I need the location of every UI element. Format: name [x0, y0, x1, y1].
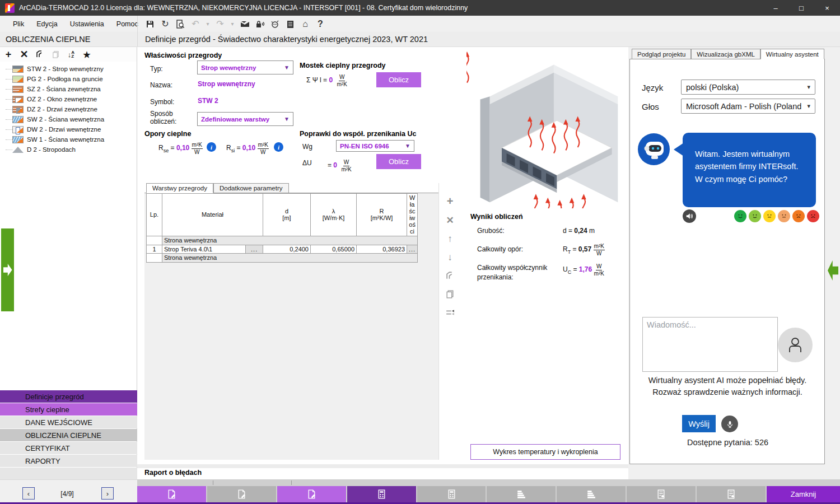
- tab-wizualizacja-gbxml[interactable]: Wizualizacja gbXML: [691, 49, 760, 59]
- pager-prev-button[interactable]: ‹: [22, 487, 35, 500]
- wg-standard-select[interactable]: PN-EN ISO 6946▼: [336, 140, 414, 152]
- name-value[interactable]: Strop wewnętrzny: [198, 80, 255, 88]
- stage-certificate-2-button[interactable]: [697, 486, 766, 502]
- layer-d-value[interactable]: 0,2400: [263, 245, 311, 253]
- symbol-value[interactable]: STW 2: [198, 97, 218, 105]
- message-input[interactable]: [642, 317, 778, 372]
- calc-method-select[interactable]: Zdefiniowane warstwy▼: [197, 112, 293, 126]
- microphone-button[interactable]: [721, 416, 738, 432]
- paste-partition-icon[interactable]: [50, 49, 60, 59]
- pager-next-button[interactable]: ›: [101, 487, 114, 500]
- rse-info-icon[interactable]: i: [207, 142, 216, 152]
- maximize-button[interactable]: □: [788, 0, 814, 16]
- uc-correction-calc-button[interactable]: Oblicz: [376, 154, 421, 169]
- copy-partition-icon[interactable]: [35, 49, 45, 59]
- wizard-icon[interactable]: ★: [82, 49, 92, 59]
- main-toolbar: ↻ ↶ ▾ ↷ ▾ ⌂ ?: [137, 16, 326, 32]
- tree-item-sw1[interactable]: SW 1 - Ściana wewnętrzna: [0, 134, 137, 144]
- thermal-bridge-calc-button[interactable]: Oblicz: [376, 72, 421, 87]
- stage-calculations-1-button[interactable]: [347, 486, 416, 502]
- delete-partition-icon[interactable]: ✕: [19, 49, 29, 59]
- close-button[interactable]: ×: [814, 0, 840, 16]
- col-header-properties: Właściwości: [407, 194, 418, 236]
- redo-icon[interactable]: ↷: [214, 18, 226, 30]
- save-icon[interactable]: [144, 18, 156, 30]
- stage-certificate-1-button[interactable]: [627, 486, 696, 502]
- tab-warstwy-przegrody[interactable]: Warstwy przegrody: [146, 183, 213, 193]
- add-partition-icon[interactable]: +: [3, 49, 13, 59]
- add-layer-icon[interactable]: +: [447, 195, 454, 207]
- language-select[interactable]: polski (Polska)▾: [681, 80, 815, 95]
- name-label: Nazwa:: [150, 81, 172, 89]
- feedback-sad-icon[interactable]: [792, 210, 805, 222]
- tree-item-pg2[interactable]: PG 2 - Podłoga na gruncie: [0, 74, 137, 84]
- export-icon[interactable]: [239, 18, 250, 30]
- type-select[interactable]: Strop wewnętrzny▼: [197, 60, 293, 74]
- tab-podglad-projektu[interactable]: Podgląd projektu: [632, 49, 691, 59]
- tree-item-dw2[interactable]: DW 2 - Drzwi wewnętrzne: [0, 124, 137, 134]
- panel-expand-handle[interactable]: [1, 228, 14, 311]
- menu-ustawienia[interactable]: Ustawienia: [64, 18, 110, 30]
- home-project-icon[interactable]: ⌂: [300, 18, 311, 30]
- tree-item-oz2[interactable]: OZ 2 - Okno zewnętrzne: [0, 94, 137, 104]
- tree-item-sz2[interactable]: SZ 2 - Ściana zewnętrzna: [0, 84, 137, 94]
- panel-collapse-arrow[interactable]: [828, 260, 838, 281]
- rse-value: Rse = 0,10 m²KW: [158, 142, 203, 155]
- nav-obliczenia-cieplne[interactable]: OBLICZENIA CIEPLNE: [0, 429, 137, 441]
- material-browse-button[interactable]: ...: [246, 245, 263, 253]
- help-icon[interactable]: ?: [315, 18, 326, 30]
- feedback-meh-icon[interactable]: [778, 210, 790, 222]
- type-label: Typ:: [150, 65, 163, 73]
- layer-properties-button[interactable]: ...: [407, 245, 418, 253]
- copy-layer-icon[interactable]: [445, 271, 455, 281]
- feedback-happy-icon[interactable]: [749, 210, 761, 222]
- license-lock-icon[interactable]: [254, 18, 265, 30]
- undo-icon[interactable]: ↶: [190, 18, 201, 30]
- nav-raporty[interactable]: RAPORTY: [0, 455, 137, 467]
- stage-calculations-2-button[interactable]: [417, 486, 486, 502]
- feedback-very-sad-icon[interactable]: [807, 210, 819, 222]
- tree-item-dz2[interactable]: DZ 2 - Drzwi zewnętrzne: [0, 104, 137, 114]
- refresh-icon[interactable]: ↻: [160, 18, 171, 30]
- tab-wirtualny-asystent[interactable]: Wirtualny asystent: [760, 49, 824, 59]
- menu-edycja[interactable]: Edycja: [30, 18, 64, 30]
- delete-layer-icon[interactable]: ✕: [446, 216, 454, 225]
- feedback-very-happy-icon[interactable]: [734, 210, 746, 222]
- layer-lambda-value[interactable]: 0,65000: [311, 245, 357, 253]
- nav-dane-wejsciowe[interactable]: DANE WEJŚCIOWE: [0, 416, 137, 428]
- undo-history-caret-icon[interactable]: ▾: [205, 18, 211, 30]
- merge-layers-icon[interactable]: [445, 308, 455, 318]
- stage-energy-label-2-button[interactable]: [557, 486, 626, 502]
- minimize-button[interactable]: –: [763, 0, 788, 16]
- menu-plik[interactable]: Plik: [7, 18, 30, 30]
- table-row-layer-1[interactable]: 1 Strop Teriva 4.0\1 ... 0,2400 0,65000 …: [147, 245, 418, 253]
- feedback-neutral-icon[interactable]: [763, 210, 776, 222]
- layer-material[interactable]: Strop Teriva 4.0\1: [162, 245, 246, 253]
- stage-data-entry-1-button[interactable]: [137, 486, 206, 502]
- tree-item-d2[interactable]: D 2 - Stropodach: [0, 144, 137, 155]
- assistant-robot-icon[interactable]: [269, 18, 281, 30]
- report-list-icon[interactable]: [284, 18, 296, 30]
- stage-data-entry-2-button[interactable]: [207, 486, 276, 502]
- voice-select[interactable]: Microsoft Adam - Polish (Poland▾: [681, 99, 815, 114]
- stage-energy-label-1-button[interactable]: [487, 486, 556, 502]
- rsi-info-icon[interactable]: i: [274, 142, 283, 152]
- stage-data-entry-3-button[interactable]: [277, 486, 346, 502]
- nav-certyfikat[interactable]: CERTYFIKAT: [0, 442, 137, 454]
- nav-definicje-przegrod[interactable]: Definicje przegród: [0, 390, 137, 403]
- redo-history-caret-icon[interactable]: ▾: [230, 18, 235, 30]
- tree-item-stw2[interactable]: STW 2 - Strop wewnętrzny: [0, 64, 137, 74]
- sort-partitions-icon[interactable]: ↓AZ: [66, 49, 76, 59]
- move-layer-down-icon[interactable]: ↓: [447, 253, 452, 262]
- speaker-icon[interactable]: [683, 209, 696, 223]
- move-layer-up-icon[interactable]: ↑: [447, 234, 452, 244]
- layer-r-value[interactable]: 0,36923: [357, 245, 407, 253]
- temperature-chart-button[interactable]: Wykres temperatury i wykroplenia: [470, 444, 620, 460]
- duplicate-layer-icon[interactable]: [445, 290, 455, 299]
- print-preview-icon[interactable]: [175, 18, 186, 30]
- tree-item-sw2[interactable]: SW 2 - Ściana wewnętrzna: [0, 114, 137, 124]
- tab-dodatkowe-parametry[interactable]: Dodatkowe parametry: [213, 183, 289, 193]
- close-dialog-button[interactable]: Zamknij: [767, 486, 840, 502]
- send-button[interactable]: Wyślij: [682, 415, 716, 432]
- nav-strefy-cieplne[interactable]: Strefy cieplne: [0, 403, 137, 416]
